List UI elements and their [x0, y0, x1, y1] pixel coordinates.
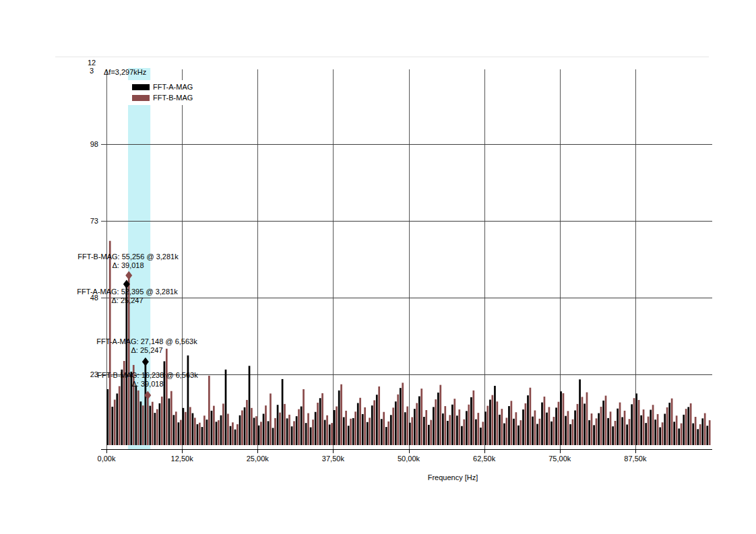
- bar-fft-b-mag: [591, 413, 593, 445]
- y-axis-tick-label: 98: [74, 139, 98, 149]
- bar-fft-a-mag: [197, 424, 199, 445]
- bar-fft-a-mag: [541, 403, 543, 445]
- bar-fft-b-mag: [161, 397, 163, 445]
- bar-fft-a-mag: [192, 413, 194, 445]
- bar-fft-a-mag: [437, 393, 439, 445]
- bar-fft-a-mag: [499, 415, 501, 445]
- bar-fft-a-mag: [338, 391, 340, 445]
- bar-fft-a-mag: [428, 425, 430, 445]
- bar-fft-a-mag: [513, 419, 515, 445]
- bar-fft-b-mag: [237, 424, 239, 445]
- bar-fft-a-mag: [621, 417, 623, 445]
- bar-fft-a-mag: [494, 386, 496, 445]
- bar-fft-a-mag: [697, 429, 699, 445]
- bar-fft-a-mag: [150, 406, 152, 445]
- bar-fft-a-mag: [626, 424, 628, 445]
- marker-annotation-a-6563: FFT-A-MAG: 27,148 @ 6,563k Δ: 25,247: [83, 337, 211, 355]
- bar-fft-b-mag: [530, 388, 532, 445]
- bar-fft-a-mag: [390, 415, 392, 445]
- bar-fft-a-mag: [135, 386, 137, 445]
- bar-fft-b-mag: [156, 409, 158, 445]
- bar-fft-a-mag: [645, 423, 647, 445]
- bar-fft-a-mag: [560, 391, 562, 445]
- bar-fft-b-mag: [152, 402, 154, 445]
- bar-fft-a-mag: [291, 426, 293, 445]
- bar-fft-b-mag: [506, 418, 508, 445]
- bar-fft-b-mag: [251, 408, 253, 445]
- marker-annotation-line1: FFT-A-MAG: 27,148 @ 6,563k: [83, 337, 211, 346]
- bar-fft-a-mag: [239, 415, 241, 445]
- bar-fft-b-mag: [581, 397, 584, 445]
- bar-fft-b-mag: [600, 407, 602, 445]
- bar-fft-b-mag: [699, 424, 701, 445]
- bar-fft-a-mag: [301, 407, 303, 445]
- legend-item-fft-b-mag[interactable]: FFT-B-MAG: [132, 94, 193, 102]
- bar-fft-a-mag: [418, 396, 420, 445]
- bar-fft-b-mag: [472, 391, 474, 445]
- x-axis-tick-label: 75,00k: [540, 454, 580, 463]
- bar-fft-b-mag: [619, 403, 621, 445]
- bar-fft-b-mag: [227, 413, 229, 445]
- bar-fft-b-mag: [567, 411, 569, 445]
- bar-fft-a-mag: [654, 420, 656, 445]
- bar-fft-a-mag: [201, 427, 203, 445]
- bar-fft-b-mag: [610, 411, 612, 445]
- y-axis-tick-label: 73: [74, 216, 98, 226]
- bar-fft-a-mag: [461, 426, 463, 445]
- bar-fft-b-mag: [558, 402, 560, 445]
- bar-fft-a-mag: [253, 418, 255, 445]
- bar-fft-a-mag: [343, 417, 345, 445]
- bar-fft-b-mag: [666, 407, 668, 445]
- bar-fft-a-mag: [244, 407, 246, 445]
- bar-fft-b-mag: [119, 386, 121, 445]
- bar-fft-b-mag: [406, 407, 408, 445]
- bar-fft-b-mag: [265, 405, 267, 445]
- legend-label-fft-a: FFT-A-MAG: [153, 83, 193, 92]
- bar-fft-a-mag: [484, 411, 486, 445]
- bar-fft-b-mag: [218, 420, 220, 445]
- bar-fft-b-mag: [222, 403, 224, 445]
- bar-fft-b-mag: [170, 391, 172, 445]
- bar-fft-b-mag: [185, 412, 187, 445]
- bar-fft-b-mag: [303, 389, 305, 445]
- bar-fft-b-mag: [563, 393, 565, 445]
- bar-fft-a-mag: [111, 407, 113, 445]
- bar-fft-b-mag: [293, 421, 295, 445]
- bar-fft-a-mag: [475, 420, 477, 445]
- bar-fft-b-mag: [681, 424, 683, 445]
- bar-fft-a-mag: [466, 411, 468, 445]
- legend-item-fft-a-mag[interactable]: FFT-A-MAG: [132, 83, 193, 92]
- bar-fft-b-mag: [189, 407, 191, 445]
- bar-fft-b-mag: [482, 422, 484, 445]
- bar-fft-b-mag: [511, 401, 513, 445]
- bar-fft-b-mag: [439, 385, 441, 445]
- bar-fft-a-mag: [334, 410, 336, 445]
- bar-fft-b-mag: [397, 395, 399, 445]
- marker-annotation-line2: Δ: 25,247: [83, 346, 211, 355]
- bar-fft-a-mag: [187, 356, 189, 445]
- bar-fft-a-mag: [116, 393, 118, 445]
- bar-fft-b-mag: [260, 422, 262, 445]
- marker-annotation-line1: FFT-B-MAG: 16,238 @ 6,563k: [84, 371, 212, 380]
- bar-fft-a-mag: [414, 409, 416, 445]
- bar-fft-a-mag: [381, 419, 383, 445]
- bar-fft-b-mag: [690, 403, 692, 445]
- bar-fft-a-mag: [607, 418, 609, 445]
- bar-fft-a-mag: [706, 426, 708, 445]
- bar-fft-b-mag: [416, 403, 418, 445]
- bar-fft-b-mag: [378, 387, 380, 445]
- bar-fft-b-mag: [340, 385, 342, 445]
- marker-annotation-line1: FFT-A-MAG: 52,395 @ 3,281k: [63, 288, 191, 296]
- bar-fft-b-mag: [596, 418, 598, 445]
- bar-fft-b-mag: [307, 413, 309, 445]
- bar-fft-a-mag: [234, 430, 237, 445]
- bar-fft-a-mag: [315, 412, 317, 445]
- bar-fft-b-mag: [203, 415, 206, 445]
- bar-fft-a-mag: [470, 397, 472, 445]
- bar-fft-a-mag: [282, 379, 284, 445]
- bar-fft-b-mag: [298, 409, 300, 445]
- bar-fft-b-mag: [501, 409, 503, 445]
- bar-fft-a-mag: [451, 405, 453, 445]
- bar-fft-b-mag: [615, 421, 617, 445]
- bar-fft-b-mag: [359, 398, 361, 445]
